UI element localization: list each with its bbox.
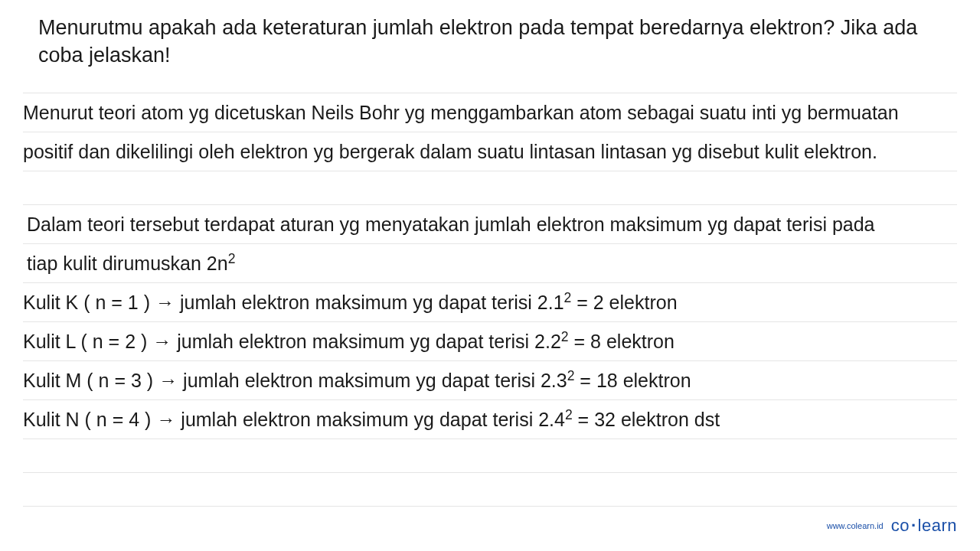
sup-n: 2 xyxy=(565,407,573,422)
arrow-icon: → xyxy=(152,331,172,352)
sup-formula: 2 xyxy=(228,251,236,266)
para2-line2: tiap kulit dirumuskan 2n2 xyxy=(23,244,957,283)
shell-n-prefix: Kulit N ( n = 4 ) xyxy=(23,409,156,430)
shell-n-mid: jumlah elektron maksimum yg dapat terisi… xyxy=(175,409,565,430)
para1-line2: positif dan dikelilingi oleh elektron yg… xyxy=(23,132,957,171)
sup-k: 2 xyxy=(564,290,572,305)
para2-line1: Dalam teori tersebut terdapat aturan yg … xyxy=(23,205,957,244)
sup-l: 2 xyxy=(561,329,569,344)
shell-k-prefix: Kulit K ( n = 1 ) xyxy=(23,292,155,313)
brand-logo: co·learn xyxy=(891,516,957,536)
shell-k-suffix: = 2 elektron xyxy=(571,292,677,313)
brand-co: co xyxy=(891,516,910,535)
shell-m: Kulit M ( n = 3 ) → jumlah elektron maks… xyxy=(23,361,957,400)
arrow-icon: → xyxy=(155,292,175,313)
content-area: Menurut teori atom yg dicetuskan Neils B… xyxy=(15,93,965,507)
shell-k: Kulit K ( n = 1 ) → jumlah elektron maks… xyxy=(23,283,957,322)
para1-line1: Menurut teori atom yg dicetuskan Neils B… xyxy=(23,93,957,132)
shell-k-mid: jumlah elektron maksimum yg dapat terisi… xyxy=(175,292,564,313)
arrow-icon: → xyxy=(156,409,175,430)
shell-n: Kulit N ( n = 4 ) → jumlah elektron maks… xyxy=(23,400,957,439)
question-text: Menurutmu apakah ada keteraturan jumlah … xyxy=(15,14,965,70)
arrow-icon: → xyxy=(158,370,178,391)
blank-line-3 xyxy=(23,473,957,507)
brand-learn: learn xyxy=(918,516,957,535)
shell-l-suffix: = 8 elektron xyxy=(569,331,675,352)
shell-l-mid: jumlah elektron maksimum yg dapat terisi… xyxy=(172,331,561,352)
blank-line-2 xyxy=(23,439,957,473)
shell-l: Kulit L ( n = 2 ) → jumlah elektron maks… xyxy=(23,322,957,361)
brand-dot-icon: · xyxy=(911,516,916,535)
shell-n-suffix: = 32 elektron dst xyxy=(573,409,720,430)
footer-brand: www.colearn.id co·learn xyxy=(827,516,957,536)
shell-m-mid: jumlah elektron maksimum yg dapat terisi… xyxy=(178,370,567,391)
blank-line-1 xyxy=(23,171,957,205)
footer-url: www.colearn.id xyxy=(827,521,884,530)
shell-l-prefix: Kulit L ( n = 2 ) xyxy=(23,331,152,352)
shell-m-suffix: = 18 elektron xyxy=(574,370,691,391)
sup-m: 2 xyxy=(567,368,575,383)
shell-m-prefix: Kulit M ( n = 3 ) xyxy=(23,370,158,391)
para2-line2-text: tiap kulit dirumuskan 2n xyxy=(27,253,228,274)
